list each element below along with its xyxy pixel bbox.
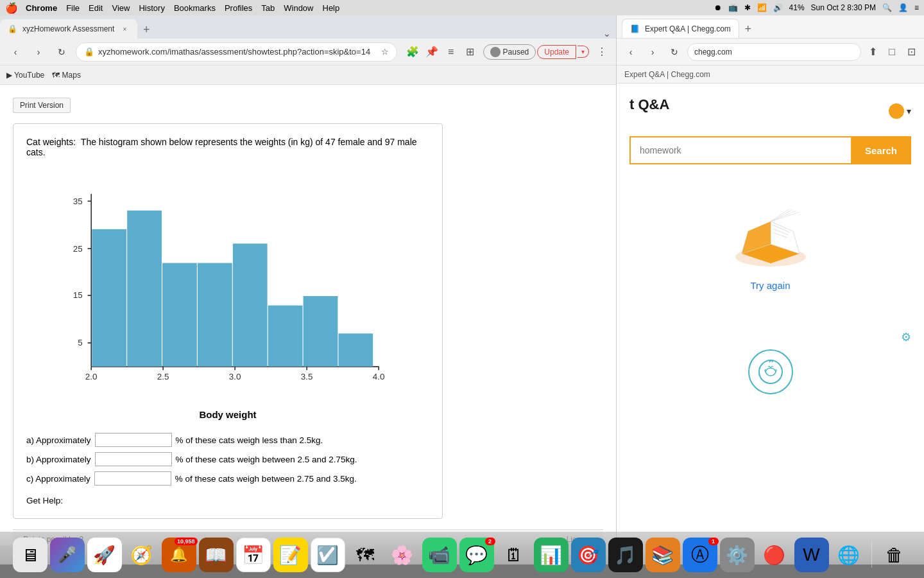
dock-notes[interactable]: 📝	[273, 538, 308, 572]
apple-menu[interactable]: 🍎	[5, 2, 18, 14]
update-button[interactable]: Update	[537, 45, 576, 59]
menu-history[interactable]: History	[139, 3, 164, 13]
dock-music[interactable]: 🎵	[608, 538, 643, 572]
chegg-pip-icon[interactable]: ⊡	[903, 44, 919, 60]
menu-bookmarks[interactable]: Bookmarks	[174, 3, 216, 13]
dock-chrome[interactable]: 🔴	[757, 538, 792, 572]
answer-row-b: b) Approximately % of these cats weigh b…	[26, 452, 429, 466]
chrome2-icon: 🌐	[837, 545, 860, 566]
active-tab[interactable]: 🔒 xyzHomework Assessment ×	[0, 19, 137, 39]
dock-word[interactable]: W	[794, 538, 829, 572]
photos-icon: 🌸	[391, 545, 413, 566]
answer-b-prefix: b) Approximately	[26, 455, 91, 464]
dock-maps[interactable]: 🗺	[348, 538, 382, 572]
screen-record-icon: ⏺	[714, 3, 722, 12]
svg-rect-15	[233, 243, 268, 367]
answer-c-prefix: c) Approximately	[26, 474, 90, 484]
chegg-domain: chegg.com	[694, 48, 732, 57]
dock-launchpad[interactable]: 🚀	[87, 538, 122, 572]
address-bar[interactable]: 🔒 xyzhomework.com/imathas/assessment/sho…	[76, 42, 397, 62]
chegg-search-input[interactable]	[629, 136, 851, 164]
tab-close-button[interactable]: ×	[119, 24, 130, 34]
menu-window[interactable]: Window	[284, 3, 313, 13]
chegg-address-bar[interactable]: chegg.com	[687, 43, 861, 61]
dock-googlemaps[interactable]: 🗓	[497, 538, 531, 572]
menu-tab[interactable]: Tab	[261, 3, 275, 13]
dock-trash[interactable]: 🗑	[877, 538, 912, 572]
menu-help[interactable]: Help	[323, 3, 340, 13]
bookmark-star-icon[interactable]: ☆	[381, 47, 389, 57]
extensions-icon[interactable]: 🧩	[405, 44, 420, 60]
finder-icon: 🖥	[21, 545, 39, 566]
svg-rect-12	[127, 211, 162, 367]
search-menubar-icon[interactable]: 🔍	[882, 3, 892, 12]
menu-view[interactable]: View	[112, 3, 130, 13]
reading-list-icon[interactable]: ≡	[443, 44, 459, 60]
menu-profiles[interactable]: Profiles	[225, 3, 252, 13]
chegg-forward-button[interactable]: ›	[644, 43, 662, 61]
svg-text:3.5: 3.5	[301, 372, 313, 381]
menu-file[interactable]: File	[66, 3, 80, 13]
forward-button[interactable]: ›	[30, 43, 47, 61]
answer-b-input[interactable]	[95, 452, 172, 466]
chegg-active-tab[interactable]: 📘 Expert Q&A | Chegg.com	[622, 19, 739, 38]
chegg-back-button[interactable]: ‹	[622, 43, 640, 61]
tab-search-icon[interactable]: ⌄	[603, 28, 611, 39]
chegg-search-button[interactable]: Search	[851, 136, 911, 164]
answer-a-suffix: % of these cats weigh less than 2.5kg.	[176, 435, 323, 445]
update-arrow-button[interactable]: ▾	[578, 46, 589, 58]
paused-profile-icon	[490, 47, 501, 57]
chegg-share-icon[interactable]: ⬆	[865, 44, 880, 60]
dock-safari[interactable]: 🧭	[124, 538, 159, 572]
siri-icon: 🎤	[58, 546, 77, 564]
chegg-new-tab-button[interactable]: +	[739, 20, 757, 38]
chegg-bookmark-icon[interactable]: □	[884, 44, 900, 60]
histogram-svg: 5 15 25 35	[48, 165, 407, 403]
paused-button[interactable]: Paused	[483, 44, 536, 60]
dock-siri[interactable]: 🎤	[50, 538, 85, 572]
dock-book[interactable]: 📖	[199, 538, 234, 572]
svg-rect-11	[92, 229, 126, 367]
print-version-button[interactable]: Print Version	[13, 98, 71, 113]
dock-appstore[interactable]: Ⓐ 1	[683, 538, 717, 572]
chrome-menu-icon[interactable]: ⋮	[594, 44, 610, 60]
googlemaps-icon: 🗓	[505, 545, 523, 566]
svg-rect-13	[162, 263, 197, 367]
back-button[interactable]: ‹	[6, 43, 24, 61]
split-view-icon[interactable]: ⊞	[463, 44, 478, 60]
svg-text:2.5: 2.5	[157, 372, 169, 381]
answer-a-input[interactable]	[95, 433, 172, 447]
facetime-icon: 📹	[428, 545, 450, 566]
bookmark-youtube[interactable]: ▶ YouTube	[6, 71, 44, 80]
svg-text:25: 25	[73, 244, 83, 254]
dock-divider	[871, 542, 872, 568]
dock-chrome2[interactable]: 🌐	[832, 538, 866, 572]
dock-numbers[interactable]: 📊	[534, 538, 569, 572]
dock-calendar[interactable]: 📅	[236, 538, 271, 572]
control-center-icon[interactable]: ≡	[914, 3, 919, 12]
dock-reminders[interactable]: ☑️	[311, 538, 345, 572]
dock-keynote[interactable]: 🎯	[571, 538, 606, 572]
dock-facetime[interactable]: 📹	[422, 538, 457, 572]
dock-books[interactable]: 📚	[646, 538, 680, 572]
keynote-icon: 🎯	[577, 545, 599, 566]
dock-notification[interactable]: 🔔 10,958	[162, 538, 196, 572]
bookmark-maps[interactable]: 🗺 Maps	[52, 71, 81, 80]
chrome-tab-bar: 🔒 xyzHomework Assessment × + ⌄	[0, 15, 616, 39]
dock-systemprefs[interactable]: ⚙️	[720, 538, 755, 572]
new-tab-button[interactable]: +	[137, 21, 155, 39]
dock-photos[interactable]: 🌸	[385, 538, 420, 572]
menu-chrome[interactable]: Chrome	[26, 3, 57, 13]
notes-icon: 📝	[279, 545, 302, 566]
dock-finder[interactable]: 🖥	[13, 538, 47, 572]
chegg-reload-button[interactable]: ↻	[665, 43, 683, 61]
dock-messages[interactable]: 💬 2	[459, 538, 494, 572]
menu-edit[interactable]: Edit	[89, 3, 103, 13]
reload-button[interactable]: ↻	[53, 43, 71, 61]
chegg-dropdown-icon[interactable]: ▾	[907, 106, 911, 116]
chegg-tab-title: Expert Q&A | Chegg.com	[645, 24, 731, 33]
try-again-link[interactable]: Try again	[751, 280, 791, 291]
answer-c-input[interactable]	[94, 471, 171, 486]
wifi-icon: 📶	[757, 3, 767, 12]
pinned-icon[interactable]: 📌	[424, 44, 440, 60]
